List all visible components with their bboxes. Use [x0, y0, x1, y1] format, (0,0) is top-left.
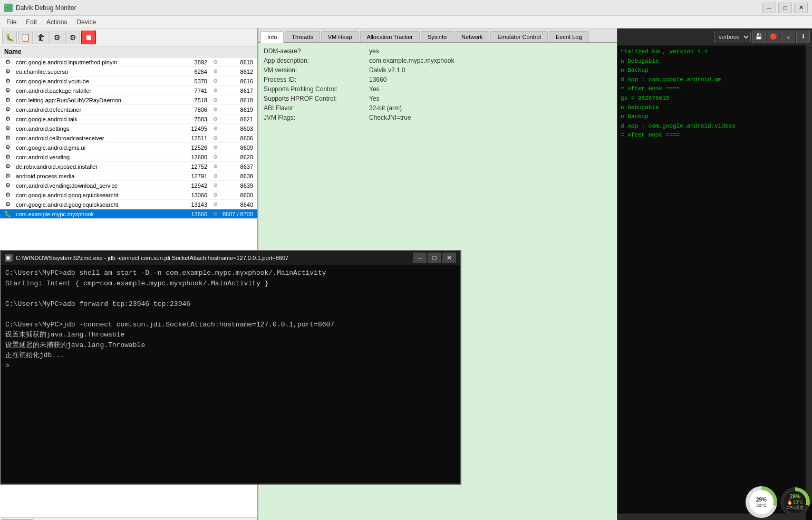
- log-content[interactable]: tialized EGL, version 1.4n Debugablen Ba…: [617, 45, 812, 520]
- cmd-maximize[interactable]: □: [428, 253, 441, 263]
- cpu-temp-label: 32°C: [756, 503, 767, 508]
- cmd-close[interactable]: ✕: [442, 253, 456, 263]
- menu-actions[interactable]: Actions: [42, 17, 71, 27]
- list-row[interactable]: ⚙android.process.media12791⚙8638: [0, 171, 257, 181]
- process-port: 8638: [221, 173, 255, 179]
- list-row[interactable]: ⚙com.google.android.googlequicksearcht13…: [0, 190, 257, 200]
- process-name: com.android.settings: [14, 126, 180, 132]
- close-button[interactable]: ✕: [794, 3, 808, 13]
- list-row[interactable]: ⚙com.android.vending12680⚙8620: [0, 152, 257, 162]
- process-port: 8620: [221, 154, 255, 160]
- process-pid: 3892: [180, 59, 209, 65]
- tab-vm-heap[interactable]: VM Heap: [321, 31, 359, 42]
- info-label: Process ID:: [264, 76, 369, 83]
- minimize-button[interactable]: ─: [762, 3, 776, 13]
- list-row[interactable]: ⚙com.android.settings12495⚙8603: [0, 124, 257, 133]
- process-pid: 7741: [180, 88, 209, 94]
- thread-status-icon: ⚙: [209, 182, 221, 188]
- process-port: 8639: [221, 182, 255, 189]
- toolbar-btn-1[interactable]: 🐛: [2, 31, 17, 44]
- process-pid: 7583: [180, 116, 209, 122]
- toolbar-btn-3[interactable]: 🗑: [34, 31, 49, 44]
- info-label: JVM Flags:: [264, 114, 369, 121]
- log-save-button[interactable]: 💾: [752, 31, 766, 43]
- process-port: 8637: [221, 163, 255, 170]
- cmd-content[interactable]: C:\Users\MyPC>adb shell am start -D -n c…: [1, 265, 460, 484]
- app-title: Dalvik Debug Monitor: [16, 4, 76, 12]
- thread-status-icon: ⚙: [209, 192, 221, 198]
- log-entry: n Debugable: [621, 103, 809, 113]
- toolbar-btn-2[interactable]: 📋: [18, 31, 33, 44]
- thread-status-icon: ⚙: [209, 116, 221, 122]
- list-row[interactable]: ⚙com.leiting.app:RunSoLibV2RayDaemon7518…: [0, 95, 257, 105]
- thread-icon: ⚙: [2, 68, 14, 75]
- list-row[interactable]: ⚙com.android.packageinstaller7741⚙8617: [0, 86, 257, 95]
- process-name: com.leiting.app:RunSoLibV2RayDaemon: [14, 97, 180, 103]
- process-name: com.google.android.talk: [14, 116, 180, 122]
- process-name: com.google.android.gms.ui: [14, 145, 180, 151]
- thread-icon: ⚙: [2, 87, 14, 94]
- thread-icon: ⚙: [2, 163, 14, 170]
- process-port: 8612: [221, 69, 255, 75]
- cpu-inner: 29% 32°C: [749, 490, 774, 514]
- process-pid: 13143: [180, 201, 209, 208]
- menu-edit[interactable]: Edit: [22, 17, 41, 27]
- log-clear-button[interactable]: 🔴: [767, 31, 780, 43]
- maximize-button[interactable]: □: [778, 3, 792, 13]
- list-row[interactable]: ⚙com.android.vending:download_service129…: [0, 181, 257, 190]
- log-scroll-button[interactable]: ⬇: [796, 31, 810, 43]
- list-row[interactable]: 🐛com.example.mypc.myxphook13660⚙8607 / 8…: [0, 209, 257, 219]
- tab-emulator-control[interactable]: Emulator Control: [490, 31, 548, 42]
- process-name: com.google.android.googlequicksearcht: [14, 201, 180, 208]
- info-label: Supports Profiling Control:: [264, 85, 369, 93]
- info-label: VM version:: [264, 66, 369, 74]
- tab-sysinfo[interactable]: Sysinfo: [421, 31, 453, 42]
- log-scroll-vertical[interactable]: [806, 45, 812, 504]
- list-row[interactable]: ⚙com.google.android.inputmethod.pinyin38…: [0, 57, 257, 67]
- process-name: com.google.android.inputmethod.pinyin: [14, 59, 180, 65]
- list-row[interactable]: ⚙eu.chainfire.supersu6264⚙8612: [0, 67, 257, 76]
- thread-status-icon: ⚙: [209, 145, 221, 150]
- horizontal-scrollbar[interactable]: [0, 517, 257, 520]
- log-toolbar: verbose debug info warn error 💾 🔴 ≡ ⬇: [617, 28, 812, 45]
- tab-event-log[interactable]: Event Log: [549, 31, 589, 42]
- list-row[interactable]: ⚙com.google.android.youtube5370⚙8616: [0, 76, 257, 86]
- tab-allocation-tracker[interactable]: Allocation Tracker: [360, 31, 420, 42]
- thread-status-icon: ⚙: [209, 154, 221, 160]
- toolbar-btn-5[interactable]: ⚙: [65, 31, 80, 44]
- list-row[interactable]: ⚙com.google.android.gms.ui12526⚙8609: [0, 143, 257, 152]
- log-entry: gs = 952876615: [621, 94, 809, 103]
- thread-icon: ⚙: [2, 144, 14, 151]
- toolbar-btn-4[interactable]: ⚙: [50, 31, 64, 44]
- list-header: Name: [0, 46, 257, 57]
- log-entry: n Backup: [621, 66, 809, 75]
- thread-status-icon: ⚙: [209, 211, 221, 217]
- list-row[interactable]: ⚙com.android.cellbroadcastreceiver12511⚙…: [0, 133, 257, 143]
- menu-file[interactable]: File: [2, 17, 21, 27]
- thread-icon: ⚙: [2, 125, 14, 132]
- tab-threads[interactable]: Threads: [285, 31, 320, 42]
- info-label: Supports HPROF Control:: [264, 95, 369, 102]
- log-filter-select[interactable]: verbose debug info warn error: [714, 32, 751, 42]
- list-row[interactable]: ⚙com.android.defcontainer7806⚙8619: [0, 105, 257, 114]
- toolbar-btn-stop[interactable]: ⏹: [81, 31, 96, 44]
- process-name: com.example.mypc.myxphook: [14, 211, 180, 217]
- thread-icon: ⚙: [2, 115, 14, 122]
- list-row[interactable]: ⚙com.google.android.talk7583⚙8621: [0, 114, 257, 124]
- log-layout-button[interactable]: ≡: [781, 31, 795, 43]
- process-name: com.android.vending:download_service: [14, 182, 180, 189]
- tab-info[interactable]: Info: [260, 31, 284, 43]
- thread-status-icon: ⚙: [209, 69, 221, 74]
- process-port: 8619: [221, 107, 255, 113]
- process-port: 8617: [221, 88, 255, 94]
- list-row[interactable]: ⚙de.robv.android.xposed.installer12752⚙8…: [0, 162, 257, 171]
- process-pid: 12526: [180, 145, 209, 151]
- menu-device[interactable]: Device: [72, 17, 100, 27]
- thread-icon: ⚙: [2, 59, 14, 65]
- list-row[interactable]: ⚙com.google.android.googlequicksearcht13…: [0, 200, 257, 209]
- cmd-minimize[interactable]: ─: [413, 253, 427, 263]
- log-entry: d App : com.google.android.videos: [621, 122, 809, 131]
- process-name: com.android.packageinstaller: [14, 88, 180, 94]
- process-pid: 7518: [180, 97, 209, 103]
- tab-network[interactable]: Network: [455, 31, 489, 42]
